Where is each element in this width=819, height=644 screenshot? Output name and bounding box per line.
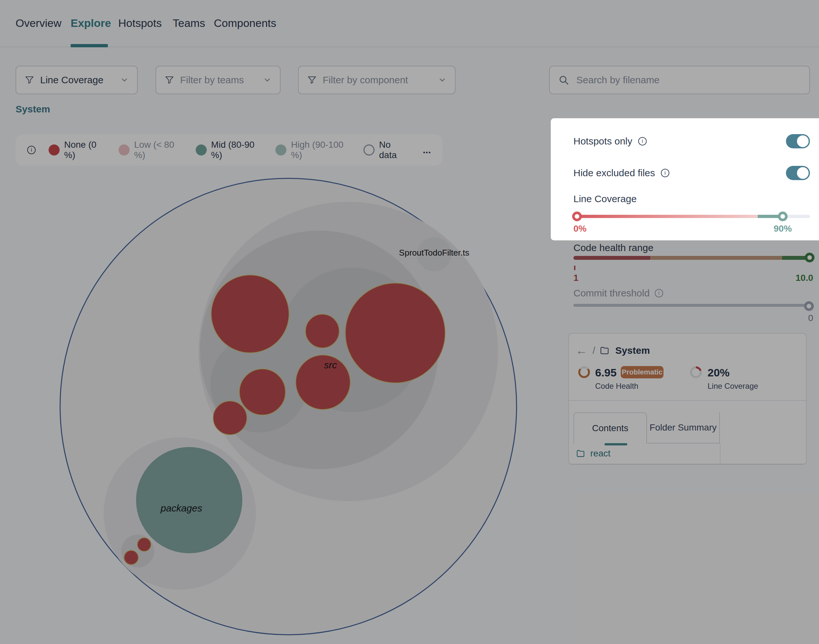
slider-red-segment	[574, 215, 758, 218]
hotspots-only-label: Hotspots only	[574, 136, 632, 147]
filters-spotlight-panel: Hotspots only i Hide excluded files i Li…	[551, 118, 819, 240]
hotspots-only-toggle[interactable]	[786, 134, 810, 148]
line-coverage-slider-label: Line Coverage	[574, 193, 636, 204]
line-coverage-min-value: 0%	[574, 224, 586, 234]
codescene-explore-page: Overview Explore Hotspots Teams Componen…	[0, 0, 819, 644]
dim-overlay	[0, 0, 819, 644]
toggle-knob	[797, 135, 809, 147]
info-icon[interactable]: i	[661, 169, 669, 177]
line-coverage-max-value: 90%	[770, 224, 796, 234]
hide-excluded-toggle[interactable]	[786, 166, 810, 180]
line-coverage-max-handle[interactable]	[778, 212, 788, 221]
toggle-knob	[797, 167, 809, 179]
line-coverage-slider[interactable]	[574, 212, 810, 221]
info-icon[interactable]: i	[638, 137, 647, 146]
hotspots-only-row: Hotspots only i	[574, 134, 810, 149]
hide-excluded-row: Hide excluded files i	[574, 166, 810, 181]
hide-excluded-label: Hide excluded files	[574, 167, 655, 178]
line-coverage-min-handle[interactable]	[572, 212, 582, 221]
